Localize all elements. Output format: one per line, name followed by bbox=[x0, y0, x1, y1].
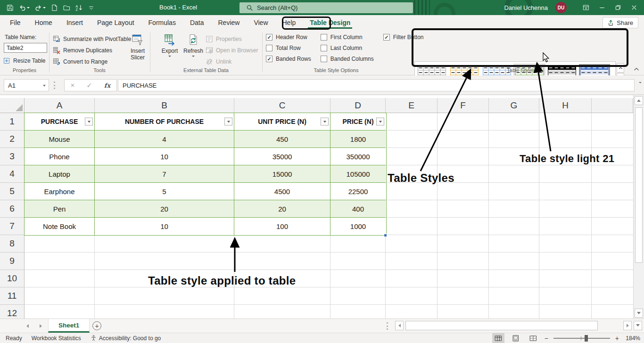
row-header-10[interactable]: 10 bbox=[0, 270, 25, 287]
vertical-scrollbar-thumb[interactable] bbox=[635, 107, 643, 263]
sheet-tab-sheet1[interactable]: Sheet1 bbox=[48, 319, 90, 333]
cell-B5[interactable]: 5 bbox=[95, 183, 234, 200]
gallery-scroll-up-button[interactable] bbox=[617, 63, 624, 73]
checkbox-first-column[interactable]: First Column bbox=[321, 34, 374, 41]
remove-duplicates-button[interactable]: Remove Duplicates bbox=[53, 46, 112, 55]
checkbox-icon[interactable]: ✓ bbox=[383, 34, 390, 41]
tab-home[interactable]: Home bbox=[28, 15, 59, 30]
cell-D4[interactable]: 105000 bbox=[330, 165, 386, 183]
search-box[interactable]: Search (Alt+Q) bbox=[239, 2, 413, 13]
redo-button[interactable] bbox=[35, 4, 46, 11]
new-file-icon[interactable] bbox=[51, 4, 58, 11]
summarize-with-pivottable-button[interactable]: Summarize with PivotTable bbox=[53, 34, 131, 44]
cell-C2[interactable]: 450 bbox=[234, 131, 330, 148]
checkbox-icon[interactable]: ✓ bbox=[266, 56, 272, 62]
sort-az-icon[interactable]: AZ bbox=[75, 4, 83, 11]
tab-formulas[interactable]: Formulas bbox=[141, 15, 183, 30]
insert-slicer-button[interactable]: Insert Slicer bbox=[125, 33, 150, 61]
tab-file[interactable]: File bbox=[3, 15, 28, 30]
page-layout-view-button[interactable] bbox=[510, 333, 522, 343]
open-folder-icon[interactable] bbox=[63, 4, 70, 11]
close-button[interactable] bbox=[626, 0, 642, 15]
page-break-view-button[interactable] bbox=[527, 333, 539, 343]
collapse-ribbon-button[interactable] bbox=[633, 66, 640, 72]
sheet-nav-left-button[interactable] bbox=[22, 319, 33, 333]
insert-function-icon[interactable]: fx bbox=[104, 82, 110, 89]
checkbox-last-column[interactable]: Last Column bbox=[321, 45, 374, 51]
formula-input[interactable]: PURCHASE bbox=[118, 79, 635, 91]
zoom-out-icon[interactable]: − bbox=[545, 335, 548, 342]
checkbox-banded-rows[interactable]: ✓Banded Rows bbox=[266, 56, 311, 62]
checkbox-icon[interactable]: ✓ bbox=[266, 34, 272, 41]
resize-table-button[interactable]: Resize Table bbox=[3, 56, 45, 65]
row-header-2[interactable]: 2 bbox=[0, 131, 25, 148]
row-header-3[interactable]: 3 bbox=[0, 148, 25, 165]
column-header-G[interactable]: G bbox=[489, 98, 539, 113]
cell-A4[interactable]: Laptop bbox=[25, 165, 95, 183]
cell-D6[interactable]: 400 bbox=[330, 200, 386, 218]
cell-B3[interactable]: 10 bbox=[95, 148, 234, 165]
zoom-in-icon[interactable]: + bbox=[615, 335, 619, 342]
cell-B6[interactable]: 20 bbox=[95, 200, 234, 218]
enter-icon[interactable]: ✓ bbox=[87, 82, 92, 89]
tab-insert[interactable]: Insert bbox=[59, 15, 90, 30]
cell-B4[interactable]: 7 bbox=[95, 165, 234, 183]
cell-B2[interactable]: 4 bbox=[95, 131, 234, 148]
cell-D7[interactable]: 1000 bbox=[330, 218, 386, 235]
scroll-right-button[interactable] bbox=[623, 321, 632, 330]
header-cell-purchase[interactable]: PURCHASE bbox=[25, 113, 95, 131]
sheet-nav-right-button[interactable] bbox=[35, 319, 46, 333]
zoom-slider-thumb[interactable] bbox=[585, 335, 588, 342]
checkbox-header-row[interactable]: ✓Header Row bbox=[266, 34, 311, 41]
export-button[interactable]: Export bbox=[157, 33, 182, 58]
filter-button[interactable] bbox=[224, 118, 232, 126]
cell-C6[interactable]: 20 bbox=[234, 200, 330, 218]
header-cell-number-of-purchase[interactable]: NUMBER OF PURCHASE bbox=[95, 113, 234, 131]
accessibility-status[interactable]: Accessibility: Good to go bbox=[91, 335, 161, 342]
minimize-button[interactable] bbox=[594, 0, 610, 15]
row-header-1[interactable]: 1 bbox=[0, 113, 25, 131]
tab-page-layout[interactable]: Page Layout bbox=[90, 15, 141, 30]
column-header-D[interactable]: D bbox=[330, 98, 386, 113]
add-sheet-button[interactable]: + bbox=[92, 321, 101, 330]
scroll-up-button[interactable] bbox=[635, 96, 643, 105]
row-header-9[interactable]: 9 bbox=[0, 253, 25, 270]
checkbox-icon[interactable] bbox=[266, 45, 272, 51]
table-name-input[interactable] bbox=[4, 43, 47, 53]
checkbox-icon[interactable] bbox=[321, 45, 327, 51]
cell-A6[interactable]: Pen bbox=[25, 200, 95, 218]
header-cell-unit-price-n[interactable]: UNIT PRICE (N) bbox=[234, 113, 330, 131]
cell-A2[interactable]: Mouse bbox=[25, 131, 95, 148]
table-resize-handle[interactable] bbox=[384, 234, 387, 237]
share-button[interactable]: Share bbox=[603, 17, 638, 28]
filter-button[interactable] bbox=[85, 118, 93, 126]
column-header-H[interactable]: H bbox=[539, 98, 592, 113]
ribbon-display-options-button[interactable] bbox=[578, 0, 594, 15]
cell-C7[interactable]: 100 bbox=[234, 218, 330, 235]
filter-button[interactable] bbox=[321, 118, 329, 126]
formula-bar-grip[interactable] bbox=[54, 82, 55, 89]
filter-button[interactable] bbox=[376, 118, 384, 126]
row-header-5[interactable]: 5 bbox=[0, 183, 25, 200]
cell-D3[interactable]: 350000 bbox=[330, 148, 386, 165]
sheet-bar-overflow-button[interactable] bbox=[634, 321, 642, 330]
row-header-11[interactable]: 11 bbox=[0, 287, 25, 305]
tab-table-design[interactable]: Table Design bbox=[303, 15, 357, 30]
undo-button[interactable] bbox=[19, 4, 30, 11]
checkbox-banded-columns[interactable]: Banded Columns bbox=[321, 56, 374, 62]
tab-data[interactable]: Data bbox=[183, 15, 211, 30]
column-header-E[interactable]: E bbox=[386, 98, 438, 113]
column-header-C[interactable]: C bbox=[234, 98, 330, 113]
cell-D5[interactable]: 22500 bbox=[330, 183, 386, 200]
zoom-slider[interactable] bbox=[553, 335, 610, 342]
refresh-dropdown-icon[interactable] bbox=[192, 56, 195, 58]
checkbox-filter-button[interactable]: ✓Filter Button bbox=[383, 34, 424, 41]
header-cell-price-n[interactable]: PRICE (N) bbox=[330, 113, 386, 131]
scrollbar-grip[interactable] bbox=[387, 322, 388, 330]
tab-help[interactable]: Help bbox=[275, 15, 303, 30]
cell-C4[interactable]: 15000 bbox=[234, 165, 330, 183]
column-header-F[interactable]: F bbox=[438, 98, 489, 113]
workbook-statistics-button[interactable]: Workbook Statistics bbox=[32, 335, 81, 342]
row-header-12[interactable]: 12 bbox=[0, 305, 25, 318]
checkbox-total-row[interactable]: Total Row bbox=[266, 45, 311, 51]
